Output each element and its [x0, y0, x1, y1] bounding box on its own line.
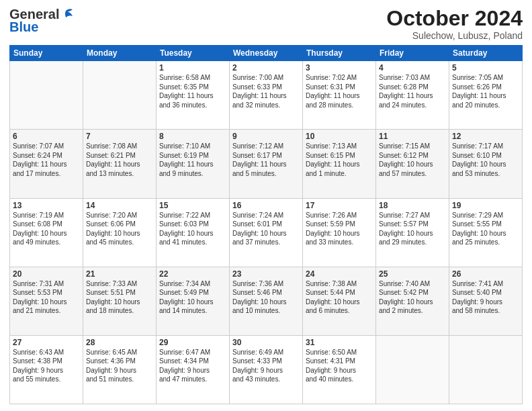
table-row: 28Sunrise: 6:45 AM Sunset: 4:36 PM Dayli… — [83, 335, 157, 404]
day-info: Sunrise: 7:29 AM Sunset: 5:55 PM Dayligh… — [452, 211, 519, 247]
day-number: 15 — [159, 201, 226, 210]
day-number: 3 — [306, 63, 373, 73]
day-number: 8 — [159, 132, 226, 141]
table-row: 11Sunrise: 7:15 AM Sunset: 6:12 PM Dayli… — [376, 130, 449, 198]
table-row: 21Sunrise: 7:33 AM Sunset: 5:51 PM Dayli… — [83, 267, 157, 335]
day-info: Sunrise: 7:07 AM Sunset: 6:24 PM Dayligh… — [13, 142, 80, 178]
day-info: Sunrise: 7:24 AM Sunset: 6:01 PM Dayligh… — [232, 211, 300, 247]
day-number: 22 — [159, 269, 226, 279]
table-row — [83, 61, 157, 130]
day-info: Sunrise: 7:38 AM Sunset: 5:44 PM Dayligh… — [306, 279, 373, 316]
table-row — [10, 61, 83, 130]
table-row: 30Sunrise: 6:49 AM Sunset: 4:33 PM Dayli… — [230, 335, 303, 404]
day-number: 29 — [159, 338, 226, 347]
day-number: 2 — [232, 63, 300, 73]
table-row: 23Sunrise: 7:36 AM Sunset: 5:46 PM Dayli… — [230, 267, 303, 335]
calendar-row-1: 1Sunrise: 6:58 AM Sunset: 6:35 PM Daylig… — [10, 61, 523, 130]
table-row: 15Sunrise: 7:22 AM Sunset: 6:03 PM Dayli… — [157, 198, 230, 267]
calendar-row-4: 20Sunrise: 7:31 AM Sunset: 5:53 PM Dayli… — [10, 267, 523, 335]
day-number: 10 — [306, 132, 373, 141]
col-sunday: Sunday — [10, 46, 83, 61]
day-info: Sunrise: 7:33 AM Sunset: 5:51 PM Dayligh… — [86, 279, 153, 316]
calendar-table: Sunday Monday Tuesday Wednesday Thursday… — [9, 45, 523, 404]
day-info: Sunrise: 7:15 AM Sunset: 6:12 PM Dayligh… — [379, 142, 446, 178]
table-row: 14Sunrise: 7:20 AM Sunset: 6:06 PM Dayli… — [83, 198, 157, 267]
table-row: 16Sunrise: 7:24 AM Sunset: 6:01 PM Dayli… — [230, 198, 303, 267]
day-number: 14 — [86, 201, 153, 210]
day-info: Sunrise: 6:50 AM Sunset: 4:31 PM Dayligh… — [306, 348, 373, 384]
header: General Blue October 2024 Sulechow, Lubu… — [9, 7, 523, 41]
table-row: 27Sunrise: 6:43 AM Sunset: 4:38 PM Dayli… — [10, 335, 83, 404]
day-number: 7 — [86, 132, 153, 141]
day-info: Sunrise: 7:02 AM Sunset: 6:31 PM Dayligh… — [306, 73, 373, 109]
table-row: 8Sunrise: 7:10 AM Sunset: 6:19 PM Daylig… — [157, 130, 230, 198]
day-info: Sunrise: 7:20 AM Sunset: 6:06 PM Dayligh… — [86, 211, 153, 247]
table-row: 29Sunrise: 6:47 AM Sunset: 4:34 PM Dayli… — [157, 335, 230, 404]
table-row: 7Sunrise: 7:08 AM Sunset: 6:21 PM Daylig… — [83, 130, 157, 198]
day-info: Sunrise: 7:26 AM Sunset: 5:59 PM Dayligh… — [306, 211, 373, 247]
day-info: Sunrise: 7:41 AM Sunset: 5:40 PM Dayligh… — [452, 279, 519, 316]
day-number: 31 — [306, 338, 373, 347]
day-number: 17 — [306, 201, 373, 210]
table-row: 4Sunrise: 7:03 AM Sunset: 6:28 PM Daylig… — [376, 61, 449, 130]
day-number: 20 — [13, 269, 80, 279]
table-row: 10Sunrise: 7:13 AM Sunset: 6:15 PM Dayli… — [303, 130, 376, 198]
day-info: Sunrise: 6:45 AM Sunset: 4:36 PM Dayligh… — [86, 348, 153, 384]
col-saturday: Saturday — [449, 46, 523, 61]
table-row: 9Sunrise: 7:12 AM Sunset: 6:17 PM Daylig… — [230, 130, 303, 198]
day-number: 26 — [452, 269, 519, 279]
day-number: 27 — [13, 338, 80, 347]
day-info: Sunrise: 6:47 AM Sunset: 4:34 PM Dayligh… — [159, 348, 226, 384]
table-row: 6Sunrise: 7:07 AM Sunset: 6:24 PM Daylig… — [10, 130, 83, 198]
page: General Blue October 2024 Sulechow, Lubu… — [0, 0, 532, 411]
day-number: 5 — [452, 63, 519, 73]
table-row: 3Sunrise: 7:02 AM Sunset: 6:31 PM Daylig… — [303, 61, 376, 130]
table-row: 26Sunrise: 7:41 AM Sunset: 5:40 PM Dayli… — [449, 267, 523, 335]
col-wednesday: Wednesday — [230, 46, 303, 61]
location-subtitle: Sulechow, Lubusz, Poland — [386, 30, 523, 41]
table-row: 1Sunrise: 6:58 AM Sunset: 6:35 PM Daylig… — [157, 61, 230, 130]
day-number: 23 — [232, 269, 300, 279]
day-info: Sunrise: 7:34 AM Sunset: 5:49 PM Dayligh… — [159, 279, 226, 316]
table-row: 12Sunrise: 7:17 AM Sunset: 6:10 PM Dayli… — [449, 130, 523, 198]
day-number: 13 — [13, 201, 80, 210]
day-number: 1 — [159, 63, 226, 73]
day-info: Sunrise: 7:05 AM Sunset: 6:26 PM Dayligh… — [452, 73, 519, 109]
col-friday: Friday — [376, 46, 449, 61]
day-number: 24 — [306, 269, 373, 279]
day-info: Sunrise: 7:22 AM Sunset: 6:03 PM Dayligh… — [159, 211, 226, 247]
table-row: 18Sunrise: 7:27 AM Sunset: 5:57 PM Dayli… — [376, 198, 449, 267]
logo-bird-icon — [59, 8, 74, 21]
table-row: 17Sunrise: 7:26 AM Sunset: 5:59 PM Dayli… — [303, 198, 376, 267]
day-info: Sunrise: 6:43 AM Sunset: 4:38 PM Dayligh… — [13, 348, 80, 384]
day-info: Sunrise: 6:58 AM Sunset: 6:35 PM Dayligh… — [159, 73, 226, 109]
day-info: Sunrise: 7:31 AM Sunset: 5:53 PM Dayligh… — [13, 279, 80, 316]
day-number: 18 — [379, 201, 446, 210]
col-tuesday: Tuesday — [157, 46, 230, 61]
day-info: Sunrise: 7:17 AM Sunset: 6:10 PM Dayligh… — [452, 142, 519, 178]
table-row: 22Sunrise: 7:34 AM Sunset: 5:49 PM Dayli… — [157, 267, 230, 335]
day-info: Sunrise: 7:36 AM Sunset: 5:46 PM Dayligh… — [232, 279, 300, 316]
day-number: 6 — [13, 132, 80, 141]
col-thursday: Thursday — [303, 46, 376, 61]
table-row: 13Sunrise: 7:19 AM Sunset: 6:08 PM Dayli… — [10, 198, 83, 267]
day-number: 21 — [86, 269, 153, 279]
day-info: Sunrise: 7:10 AM Sunset: 6:19 PM Dayligh… — [159, 142, 226, 178]
logo: General Blue — [9, 7, 74, 35]
day-number: 19 — [452, 201, 519, 210]
day-info: Sunrise: 6:49 AM Sunset: 4:33 PM Dayligh… — [232, 348, 300, 384]
day-number: 11 — [379, 132, 446, 141]
col-monday: Monday — [83, 46, 157, 61]
day-info: Sunrise: 7:27 AM Sunset: 5:57 PM Dayligh… — [379, 211, 446, 247]
day-number: 28 — [86, 338, 153, 347]
table-row — [376, 335, 449, 404]
day-number: 25 — [379, 269, 446, 279]
calendar-row-5: 27Sunrise: 6:43 AM Sunset: 4:38 PM Dayli… — [10, 335, 523, 404]
day-info: Sunrise: 7:19 AM Sunset: 6:08 PM Dayligh… — [13, 211, 80, 247]
logo-blue: Blue — [9, 19, 38, 35]
day-info: Sunrise: 7:13 AM Sunset: 6:15 PM Dayligh… — [306, 142, 373, 178]
table-row — [449, 335, 523, 404]
table-row: 5Sunrise: 7:05 AM Sunset: 6:26 PM Daylig… — [449, 61, 523, 130]
table-row: 2Sunrise: 7:00 AM Sunset: 6:33 PM Daylig… — [230, 61, 303, 130]
day-info: Sunrise: 7:08 AM Sunset: 6:21 PM Dayligh… — [86, 142, 153, 178]
